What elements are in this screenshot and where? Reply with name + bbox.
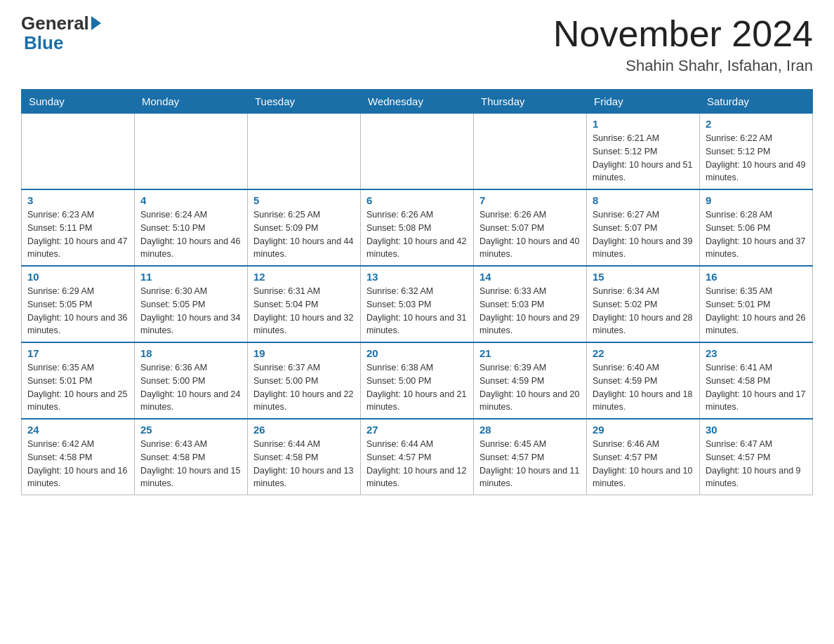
calendar-cell: 8Sunrise: 6:27 AMSunset: 5:07 PMDaylight… <box>587 189 700 266</box>
day-info: Sunrise: 6:41 AMSunset: 4:58 PMDaylight:… <box>706 361 807 414</box>
day-info: Sunrise: 6:29 AMSunset: 5:05 PMDaylight:… <box>27 285 128 337</box>
calendar-cell: 5Sunrise: 6:25 AMSunset: 5:09 PMDaylight… <box>248 189 361 266</box>
calendar-cell: 23Sunrise: 6:41 AMSunset: 4:58 PMDayligh… <box>700 342 813 419</box>
day-info: Sunrise: 6:31 AMSunset: 5:04 PMDaylight:… <box>253 285 355 337</box>
calendar-cell <box>248 114 361 190</box>
day-info: Sunrise: 6:23 AMSunset: 5:11 PMDaylight:… <box>27 208 128 261</box>
logo-arrow-icon <box>91 16 101 30</box>
day-number: 5 <box>253 194 355 206</box>
day-info: Sunrise: 6:44 AMSunset: 4:57 PMDaylight:… <box>366 438 468 490</box>
day-info: Sunrise: 6:24 AMSunset: 5:10 PMDaylight:… <box>140 208 241 261</box>
day-info: Sunrise: 6:27 AMSunset: 5:07 PMDaylight:… <box>593 208 694 261</box>
location-title: Shahin Shahr, Isfahan, Iran <box>553 57 813 75</box>
day-number: 8 <box>593 194 694 206</box>
calendar-cell: 18Sunrise: 6:36 AMSunset: 5:00 PMDayligh… <box>135 342 248 419</box>
day-number: 23 <box>706 347 807 359</box>
day-number: 25 <box>140 424 241 436</box>
day-info: Sunrise: 6:30 AMSunset: 5:05 PMDaylight:… <box>140 285 241 337</box>
calendar-cell: 3Sunrise: 6:23 AMSunset: 5:11 PMDaylight… <box>22 189 135 266</box>
weekday-header-sunday: Sunday <box>22 90 135 114</box>
calendar-week-row: 1Sunrise: 6:21 AMSunset: 5:12 PMDaylight… <box>22 114 813 190</box>
day-info: Sunrise: 6:25 AMSunset: 5:09 PMDaylight:… <box>253 208 355 261</box>
calendar-cell <box>135 114 248 190</box>
day-info: Sunrise: 6:32 AMSunset: 5:03 PMDaylight:… <box>366 285 468 337</box>
calendar-week-row: 24Sunrise: 6:42 AMSunset: 4:58 PMDayligh… <box>22 419 813 495</box>
weekday-header-monday: Monday <box>135 90 248 114</box>
day-number: 15 <box>593 271 694 283</box>
day-number: 21 <box>479 347 581 359</box>
calendar-cell: 2Sunrise: 6:22 AMSunset: 5:12 PMDaylight… <box>700 114 813 190</box>
calendar-cell <box>22 114 135 190</box>
logo-blue-text: Blue <box>24 32 63 54</box>
day-info: Sunrise: 6:35 AMSunset: 5:01 PMDaylight:… <box>27 361 128 414</box>
day-number: 24 <box>27 424 128 436</box>
calendar-cell: 27Sunrise: 6:44 AMSunset: 4:57 PMDayligh… <box>361 419 474 495</box>
calendar-cell: 28Sunrise: 6:45 AMSunset: 4:57 PMDayligh… <box>474 419 587 495</box>
calendar-cell <box>474 114 587 190</box>
day-info: Sunrise: 6:38 AMSunset: 5:00 PMDaylight:… <box>366 361 468 414</box>
day-number: 11 <box>140 271 241 283</box>
day-number: 9 <box>706 194 807 206</box>
calendar-cell: 6Sunrise: 6:26 AMSunset: 5:08 PMDaylight… <box>361 189 474 266</box>
day-number: 13 <box>366 271 468 283</box>
calendar-cell: 7Sunrise: 6:26 AMSunset: 5:07 PMDaylight… <box>474 189 587 266</box>
weekday-header-friday: Friday <box>587 90 700 114</box>
weekday-header-wednesday: Wednesday <box>361 90 474 114</box>
logo: General Blue <box>21 14 101 54</box>
weekday-header-tuesday: Tuesday <box>248 90 361 114</box>
month-title: November 2024 <box>553 14 813 54</box>
day-number: 18 <box>140 347 241 359</box>
day-number: 2 <box>706 118 807 130</box>
day-number: 16 <box>706 271 807 283</box>
calendar-cell: 9Sunrise: 6:28 AMSunset: 5:06 PMDaylight… <box>700 189 813 266</box>
calendar-cell: 30Sunrise: 6:47 AMSunset: 4:57 PMDayligh… <box>700 419 813 495</box>
calendar-cell: 17Sunrise: 6:35 AMSunset: 5:01 PMDayligh… <box>22 342 135 419</box>
calendar-cell: 4Sunrise: 6:24 AMSunset: 5:10 PMDaylight… <box>135 189 248 266</box>
calendar-cell: 21Sunrise: 6:39 AMSunset: 4:59 PMDayligh… <box>474 342 587 419</box>
day-info: Sunrise: 6:22 AMSunset: 5:12 PMDaylight:… <box>706 132 807 185</box>
calendar-cell: 11Sunrise: 6:30 AMSunset: 5:05 PMDayligh… <box>135 266 248 342</box>
day-number: 17 <box>27 347 128 359</box>
page-header: General Blue November 2024 Shahin Shahr,… <box>21 14 813 75</box>
calendar-cell: 25Sunrise: 6:43 AMSunset: 4:58 PMDayligh… <box>135 419 248 495</box>
day-number: 29 <box>593 424 694 436</box>
day-number: 10 <box>27 271 128 283</box>
day-number: 1 <box>593 118 694 130</box>
day-number: 14 <box>479 271 581 283</box>
day-info: Sunrise: 6:28 AMSunset: 5:06 PMDaylight:… <box>706 208 807 261</box>
calendar-table: SundayMondayTuesdayWednesdayThursdayFrid… <box>21 89 813 495</box>
calendar-week-row: 17Sunrise: 6:35 AMSunset: 5:01 PMDayligh… <box>22 342 813 419</box>
calendar-cell: 15Sunrise: 6:34 AMSunset: 5:02 PMDayligh… <box>587 266 700 342</box>
day-info: Sunrise: 6:42 AMSunset: 4:58 PMDaylight:… <box>27 438 128 490</box>
day-number: 6 <box>366 194 468 206</box>
weekday-header-saturday: Saturday <box>700 90 813 114</box>
day-info: Sunrise: 6:35 AMSunset: 5:01 PMDaylight:… <box>706 285 807 337</box>
calendar-cell: 29Sunrise: 6:46 AMSunset: 4:57 PMDayligh… <box>587 419 700 495</box>
calendar-cell: 12Sunrise: 6:31 AMSunset: 5:04 PMDayligh… <box>248 266 361 342</box>
day-info: Sunrise: 6:39 AMSunset: 4:59 PMDaylight:… <box>479 361 581 414</box>
day-number: 4 <box>140 194 241 206</box>
day-info: Sunrise: 6:21 AMSunset: 5:12 PMDaylight:… <box>593 132 694 185</box>
day-info: Sunrise: 6:45 AMSunset: 4:57 PMDaylight:… <box>479 438 581 490</box>
calendar-cell: 26Sunrise: 6:44 AMSunset: 4:58 PMDayligh… <box>248 419 361 495</box>
day-info: Sunrise: 6:36 AMSunset: 5:00 PMDaylight:… <box>140 361 241 414</box>
day-number: 19 <box>253 347 355 359</box>
day-info: Sunrise: 6:47 AMSunset: 4:57 PMDaylight:… <box>706 438 807 490</box>
calendar-cell: 20Sunrise: 6:38 AMSunset: 5:00 PMDayligh… <box>361 342 474 419</box>
day-info: Sunrise: 6:46 AMSunset: 4:57 PMDaylight:… <box>593 438 694 490</box>
day-info: Sunrise: 6:34 AMSunset: 5:02 PMDaylight:… <box>593 285 694 337</box>
weekday-header-thursday: Thursday <box>474 90 587 114</box>
day-number: 30 <box>706 424 807 436</box>
calendar-week-row: 3Sunrise: 6:23 AMSunset: 5:11 PMDaylight… <box>22 189 813 266</box>
day-number: 3 <box>27 194 128 206</box>
calendar-cell: 1Sunrise: 6:21 AMSunset: 5:12 PMDaylight… <box>587 114 700 190</box>
calendar-header-row: SundayMondayTuesdayWednesdayThursdayFrid… <box>22 90 813 114</box>
logo-text: General <box>21 14 89 32</box>
title-section: November 2024 Shahin Shahr, Isfahan, Ira… <box>553 14 813 75</box>
day-number: 26 <box>253 424 355 436</box>
day-number: 27 <box>366 424 468 436</box>
day-number: 7 <box>479 194 581 206</box>
calendar-cell: 19Sunrise: 6:37 AMSunset: 5:00 PMDayligh… <box>248 342 361 419</box>
day-info: Sunrise: 6:33 AMSunset: 5:03 PMDaylight:… <box>479 285 581 337</box>
day-info: Sunrise: 6:44 AMSunset: 4:58 PMDaylight:… <box>253 438 355 490</box>
